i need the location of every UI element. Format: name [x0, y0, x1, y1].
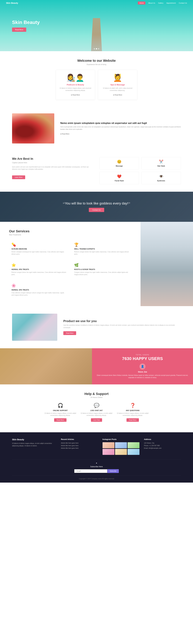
feature-facial: ❤️ Facial Style: [100, 172, 139, 184]
product-read-more-button[interactable]: Read More: [63, 331, 76, 335]
service-herbal1: ⭐ HERBAL SPA TREATS Rutrum congue donec …: [9, 261, 69, 278]
insta-thumb-4[interactable]: [103, 449, 114, 455]
pedicure-title: Pedicure & Beauty: [59, 84, 92, 86]
pedicure-icon: 👩‍🎨👨‍🦱: [59, 74, 92, 82]
live-chat-title: LIVE CHAT 24/7: [80, 410, 113, 411]
subscribe-bar: ● Subscribe Here Subscribe: [12, 460, 181, 476]
nav-link-appointment[interactable]: Appointment: [166, 2, 176, 4]
spice-visual: [12, 114, 54, 144]
nav-link-gallery[interactable]: Gallery: [158, 2, 163, 4]
navbar: Skin Beauty Home About Us Gallery Appoin…: [0, 0, 193, 6]
total-users-label: TOTAL USERS: [136, 354, 149, 356]
spa-card: 💆 Spa & Massage Ut labore sit adipit vel…: [98, 70, 137, 100]
welcome-cards: 👩‍🎨👨‍🦱 Pedicure & Beauty Ut labore et do…: [12, 70, 181, 100]
spa-icon: 💆: [101, 74, 134, 82]
roots-desc: Congue rutrum congue leo eget mattis mae…: [74, 271, 129, 276]
best-left: We Are Best In Caption placed Here Quis …: [12, 157, 93, 179]
hero-dot-1[interactable]: [94, 48, 95, 50]
services-grid: 💊 SCRUBS MEDICINE Donec volutpat consequ…: [9, 240, 131, 298]
help-questions: ❓ ANY QUESTIONS Ut labore et dolore magn…: [116, 403, 149, 422]
herbal2-desc: Cras ultricies congue natoque rutrum con…: [12, 292, 66, 296]
insta-thumb-1[interactable]: [103, 442, 114, 448]
footer-brand-desc: Ut labore et dolore magna aliqua, ut eni…: [12, 442, 56, 447]
insta-thumb-3[interactable]: [128, 442, 139, 448]
feature-hairstyle: ✂️ Hair Style: [141, 157, 181, 170]
questions-desc: Ut labore et dolore magna aliqua, ut eni…: [116, 412, 149, 416]
about-read-more[interactable]: Read More: [60, 133, 69, 135]
hero-content: Skin Beauty Read More: [0, 20, 40, 32]
hero-dot-2[interactable]: [96, 48, 97, 50]
experts-title: WELL TRAINED EXPERTS: [74, 248, 129, 250]
article-link-3[interactable]: Article title here goes here: [61, 447, 78, 449]
product-image: [12, 314, 57, 341]
hairstyle-icon: ✂️: [159, 160, 163, 164]
services-title: Our Services: [9, 229, 131, 233]
help-section: Help & Support 24 Hours Online 🎧 ONLINE …: [0, 384, 193, 432]
address-item-1: 123 Street, City: [144, 442, 181, 444]
best-learn-button[interactable]: Learn More: [12, 176, 25, 179]
products-visual: [12, 314, 57, 341]
hero-read-more-button[interactable]: Read More: [12, 28, 26, 32]
product-content: Product we use for you Just the sunshine…: [63, 319, 181, 335]
best-description: Quis autem vel eum iure reprehenderit qu…: [12, 166, 93, 170]
spa-read-more[interactable]: Read More: [113, 94, 122, 96]
quote-contact-button[interactable]: Contact Us: [89, 208, 104, 212]
feature-massage: 😊 Massage: [100, 157, 139, 170]
herbal2-title: HERBAL SPA TREATS: [12, 289, 66, 291]
services-section: Our Services New Treatments 💊 SCRUBS MED…: [0, 222, 193, 306]
eyebrows-icon: 👁️: [159, 174, 163, 178]
nav-link-contact[interactable]: Contact Us: [179, 2, 187, 4]
roots-icon: 🌿: [74, 263, 129, 267]
nav-brand: Skin Beauty: [6, 2, 18, 4]
pedicure-card: 👩‍🎨👨‍🦱 Pedicure & Beauty Ut labore et do…: [56, 70, 95, 100]
spa-desc: Ut labore sit adipit velit, anim culpa e…: [101, 87, 134, 92]
welcome-title: Welcome to our Website: [12, 59, 181, 63]
herbal1-icon: ⭐: [12, 263, 66, 267]
article-link-1[interactable]: Article title here goes here: [61, 442, 78, 444]
experts-desc: Rutrum congue donec leo eget mattis maec…: [74, 251, 129, 255]
questions-button[interactable]: Read More: [126, 418, 139, 422]
live-chat-icon: 💬: [80, 403, 113, 408]
facial-label: Facial Style: [115, 180, 124, 182]
help-subtitle: 24 Hours Online: [12, 396, 181, 398]
pedicure-read-more[interactable]: Read More: [71, 94, 80, 96]
footer-address: Address 123 Street, City Phone: +1 234 5…: [144, 438, 181, 455]
live-chat-button[interactable]: Live Chat: [91, 418, 102, 422]
user-avatar: 👤: [139, 364, 145, 370]
article-item-1: Article title here goes here: [61, 442, 98, 444]
services-content: Our Services New Treatments 💊 SCRUBS MED…: [0, 222, 140, 306]
hero-title: Skin Beauty: [12, 20, 40, 25]
insta-thumb-6[interactable]: [128, 449, 139, 455]
welcome-section: Welcome to our Website Experience the ar…: [0, 51, 193, 107]
services-image: [140, 222, 193, 306]
footer-address-title: Address: [144, 438, 181, 440]
questions-title: ANY QUESTIONS: [116, 410, 149, 411]
online-support-button[interactable]: Read More: [54, 418, 66, 422]
nav-link-home[interactable]: Home: [138, 2, 145, 4]
best-features-grid: 😊 Massage ✂️ Hair Style ❤️ Facial Style …: [100, 157, 181, 184]
about-body: Sed ut perspiciatis unde omnis iste natu…: [60, 126, 181, 130]
subscribe-input[interactable]: [74, 469, 107, 473]
insta-thumb-2[interactable]: [115, 442, 127, 448]
spa-title: Spa & Massage: [101, 84, 134, 86]
hero-section: Skin Beauty Read More: [0, 0, 193, 51]
hero-dot-3[interactable]: [98, 48, 99, 50]
service-experts: 🏆 WELL TRAINED EXPERTS Rutrum congue don…: [72, 240, 131, 258]
footer-instagram: Instagram Posts: [103, 438, 139, 455]
nav-link-about[interactable]: About Us: [148, 2, 155, 4]
service-roots: 🌿 ROOTS & SCRUB TREATS Congue rutrum con…: [72, 261, 131, 278]
best-title: We Are Best In: [12, 157, 93, 160]
user-name: Steve Joe: [138, 371, 147, 373]
pedicure-desc: Ut labore et dolore magna aliqua, quis e…: [59, 87, 92, 92]
about-section: Nemo enim ipsam voluptatem quia voluptas…: [0, 107, 193, 150]
subscribe-submit-button[interactable]: Subscribe: [107, 469, 119, 473]
quote-text: You will like to look like goddess every…: [63, 202, 130, 206]
experts-icon: 🏆: [74, 242, 129, 247]
article-link-2[interactable]: Article title here goes here: [61, 445, 78, 446]
nav-links: Home About Us Gallery Appointment Contac…: [138, 2, 187, 4]
best-caption: Caption placed Here: [12, 162, 93, 164]
facial-icon: ❤️: [117, 174, 121, 178]
insta-thumb-5[interactable]: [115, 449, 127, 455]
footer-address-list: 123 Street, City Phone: +1 234 567 890 E…: [144, 442, 181, 449]
online-support-icon: 🎧: [44, 403, 77, 408]
